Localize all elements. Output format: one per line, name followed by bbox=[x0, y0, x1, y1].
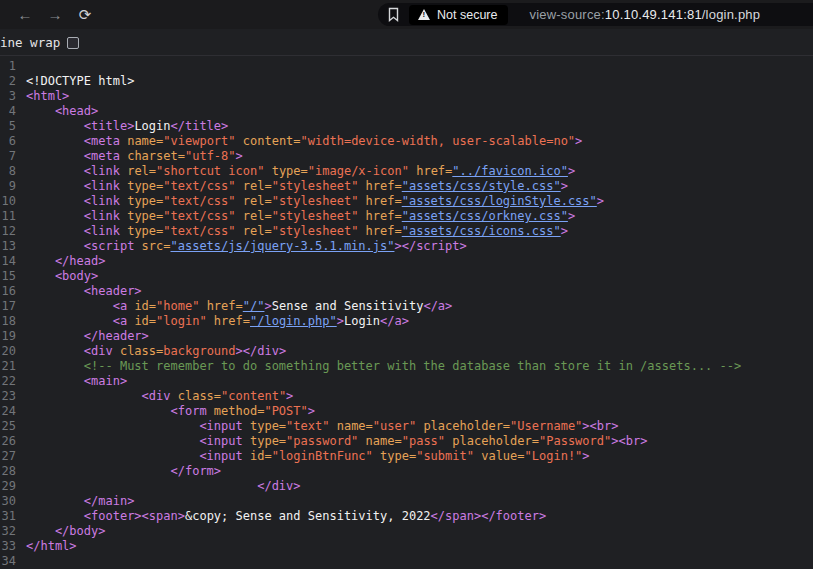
token-value: "stylesheet" bbox=[272, 179, 359, 193]
source-line: 26 <input type="password" name="pass" pl… bbox=[0, 434, 813, 449]
line-number: 4 bbox=[0, 104, 26, 119]
source-line: 29 </div> bbox=[0, 479, 813, 494]
line-code: <meta charset="utf-8"> bbox=[26, 149, 243, 164]
line-code: <input type="password" name="pass" place… bbox=[26, 434, 647, 449]
token-attr: href= bbox=[207, 314, 250, 328]
source-line: 13 <script src="assets/js/jquery-3.5.1.m… bbox=[0, 239, 813, 254]
security-chip-label: Not secure bbox=[437, 8, 497, 22]
token-tag: > bbox=[568, 164, 575, 178]
token-value: "loginBtnFunc" bbox=[272, 449, 373, 463]
security-chip[interactable]: Not secure bbox=[409, 5, 508, 25]
token-tag: <title> bbox=[26, 119, 134, 133]
token-attr: type= bbox=[373, 449, 416, 463]
source-link[interactable]: "assets/css/icons.css" bbox=[402, 224, 561, 238]
token-attr: id= bbox=[134, 314, 156, 328]
line-number: 11 bbox=[0, 209, 26, 224]
token-tag: </html> bbox=[26, 539, 77, 553]
source-line: 9 <link type="text/css" rel="stylesheet"… bbox=[0, 179, 813, 194]
url-text: view-source:10.10.49.141:81/login.php bbox=[529, 7, 760, 22]
token-value: "viewport" bbox=[163, 134, 235, 148]
line-number: 10 bbox=[0, 194, 26, 209]
token-value: "submit" bbox=[416, 449, 474, 463]
token-tag: > bbox=[264, 299, 271, 313]
token-value: "utf-8" bbox=[185, 149, 236, 163]
token-tag: > bbox=[568, 209, 575, 223]
token-attr: id= bbox=[134, 299, 156, 313]
source-link[interactable]: "assets/css/orkney.css" bbox=[402, 209, 568, 223]
token-attr: rel= bbox=[127, 164, 156, 178]
browser-toolbar: ← → ⟳ Not secure view-source:10.10.49.14… bbox=[0, 0, 813, 29]
line-number: 8 bbox=[0, 164, 26, 179]
line-code: </html> bbox=[26, 539, 77, 554]
line-number: 23 bbox=[0, 389, 26, 404]
line-number: 15 bbox=[0, 269, 26, 284]
url-host: 10.10.49.141:81 bbox=[605, 7, 702, 22]
token-value: "POST" bbox=[264, 404, 307, 418]
back-icon[interactable]: ← bbox=[10, 6, 40, 23]
source-line: 16 <header> bbox=[0, 284, 813, 299]
token-tag: <head> bbox=[26, 104, 98, 118]
line-number: 18 bbox=[0, 314, 26, 329]
line-wrap-bar: ine wrap bbox=[0, 29, 813, 56]
token-value: "user" bbox=[373, 419, 416, 433]
token-attr: content= bbox=[236, 134, 301, 148]
token-attr: placeholder= bbox=[445, 434, 539, 448]
line-number: 9 bbox=[0, 179, 26, 194]
reload-icon[interactable]: ⟳ bbox=[70, 6, 100, 24]
token-value: "text/css" bbox=[163, 194, 235, 208]
token-attr: href= bbox=[409, 164, 452, 178]
line-code: <a id="login" href="/login.php">Login</a… bbox=[26, 314, 409, 329]
line-number: 14 bbox=[0, 254, 26, 269]
token-tag: <script bbox=[26, 239, 142, 253]
line-code: <!-- Must remember to do something bette… bbox=[26, 359, 741, 374]
forward-icon[interactable]: → bbox=[40, 6, 70, 23]
token-attr: src= bbox=[142, 239, 171, 253]
source-link[interactable]: "/login.php" bbox=[250, 314, 337, 328]
line-code: </main> bbox=[26, 494, 134, 509]
source-link[interactable]: "../favicon.ico" bbox=[452, 164, 568, 178]
source-link[interactable]: "assets/css/style.css" bbox=[402, 179, 561, 193]
token-attr: placeholder= bbox=[416, 419, 510, 433]
source-line: 17 <a id="home" href="/">Sense and Sensi… bbox=[0, 299, 813, 314]
line-code: <body> bbox=[26, 269, 98, 284]
line-code: <input id="loginBtnFunc" type="submit" v… bbox=[26, 449, 590, 464]
address-bar[interactable]: Not secure view-source:10.10.49.141:81/l… bbox=[378, 3, 813, 26]
token-tag: <div bbox=[26, 344, 120, 358]
token-tag: <html> bbox=[26, 89, 69, 103]
token-value: background bbox=[163, 344, 235, 358]
line-number: 6 bbox=[0, 134, 26, 149]
token-tag: <footer><span> bbox=[26, 509, 185, 523]
line-number: 12 bbox=[0, 224, 26, 239]
source-link[interactable]: "assets/js/jquery-3.5.1.min.js" bbox=[171, 239, 395, 253]
token-tag: <link bbox=[26, 164, 127, 178]
token-tag: </form> bbox=[26, 464, 221, 478]
warning-icon bbox=[418, 9, 430, 20]
token-value: "text" bbox=[286, 419, 329, 433]
source-line: 3<html> bbox=[0, 89, 813, 104]
line-number: 30 bbox=[0, 494, 26, 509]
line-wrap-checkbox[interactable] bbox=[67, 37, 79, 49]
line-code: </head> bbox=[26, 254, 105, 269]
line-number: 2 bbox=[0, 74, 26, 89]
url-path: /login.php bbox=[702, 7, 760, 22]
line-code: <a id="home" href="/">Sense and Sensitiv… bbox=[26, 299, 452, 314]
bookmark-icon[interactable] bbox=[387, 7, 400, 22]
line-code: <main> bbox=[26, 374, 127, 389]
line-number: 20 bbox=[0, 344, 26, 359]
line-code: <link type="text/css" rel="stylesheet" h… bbox=[26, 179, 568, 194]
source-link[interactable]: "/" bbox=[243, 299, 265, 313]
line-code: <link rel="shortcut icon" type="image/x-… bbox=[26, 164, 575, 179]
token-tag: <link bbox=[26, 179, 127, 193]
token-attr: href= bbox=[358, 194, 401, 208]
token-comment: <!-- Must remember to do something bette… bbox=[26, 359, 741, 373]
line-code: <link type="text/css" rel="stylesheet" h… bbox=[26, 224, 568, 239]
view-source-page: ine wrap 12<!DOCTYPE html>3<html>4 <head… bbox=[0, 29, 813, 569]
source-line: 32 </body> bbox=[0, 524, 813, 539]
token-tag: ></div> bbox=[236, 344, 287, 358]
token-text: Login bbox=[134, 119, 170, 133]
token-text: <!DOCTYPE html> bbox=[26, 74, 134, 88]
token-tag: > bbox=[575, 134, 582, 148]
source-link[interactable]: "assets/css/loginStyle.css" bbox=[402, 194, 597, 208]
token-tag: <a bbox=[26, 314, 134, 328]
line-number: 26 bbox=[0, 434, 26, 449]
